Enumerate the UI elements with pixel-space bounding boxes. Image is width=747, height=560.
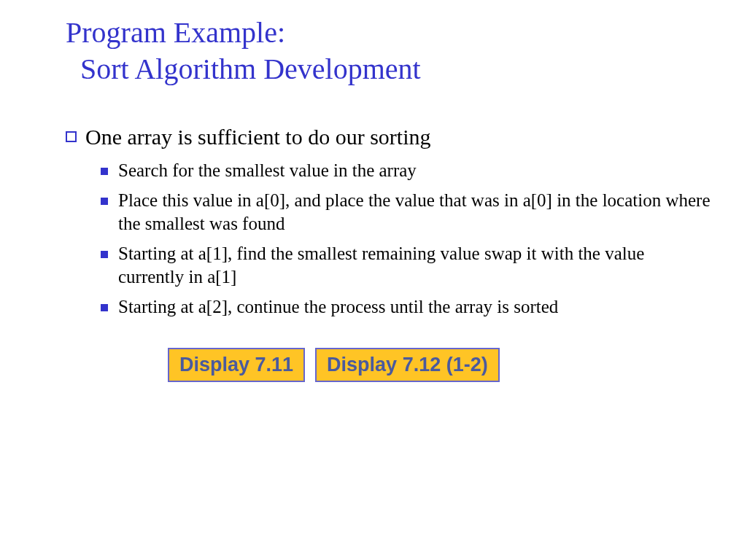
main-bullet-item: One array is sufficient to do our sortin… xyxy=(66,124,711,150)
sub-bullet-text: Starting at a[2], continue the process u… xyxy=(118,295,558,319)
filled-square-icon xyxy=(101,304,108,311)
slide-title: Program Example: Sort Algorithm Developm… xyxy=(66,15,711,88)
display-7-12-button[interactable]: Display 7.12 (1-2) xyxy=(315,348,500,382)
sub-bullet-item: Starting at a[2], continue the process u… xyxy=(101,295,711,319)
sub-bullet-item: Starting at a[1], find the smallest rema… xyxy=(101,242,711,289)
sub-bullet-text: Starting at a[1], find the smallest rema… xyxy=(118,242,711,289)
filled-square-icon xyxy=(101,168,108,175)
filled-square-icon xyxy=(101,251,108,258)
title-line-1: Program Example: xyxy=(66,15,711,51)
main-bullet-text: One array is sufficient to do our sortin… xyxy=(85,124,431,150)
sub-bullet-item: Search for the smallest value in the arr… xyxy=(101,159,711,183)
sub-bullet-item: Place this value in a[0], and place the … xyxy=(101,189,711,236)
outline-square-icon xyxy=(66,131,77,142)
title-line-2: Sort Algorithm Development xyxy=(80,51,711,88)
display-7-11-button[interactable]: Display 7.11 xyxy=(168,348,305,382)
filled-square-icon xyxy=(101,198,108,205)
sub-bullet-text: Place this value in a[0], and place the … xyxy=(118,189,711,236)
sub-bullet-list: Search for the smallest value in the arr… xyxy=(101,159,711,319)
display-buttons-row: Display 7.11 Display 7.12 (1-2) xyxy=(168,348,711,382)
sub-bullet-text: Search for the smallest value in the arr… xyxy=(118,159,417,183)
